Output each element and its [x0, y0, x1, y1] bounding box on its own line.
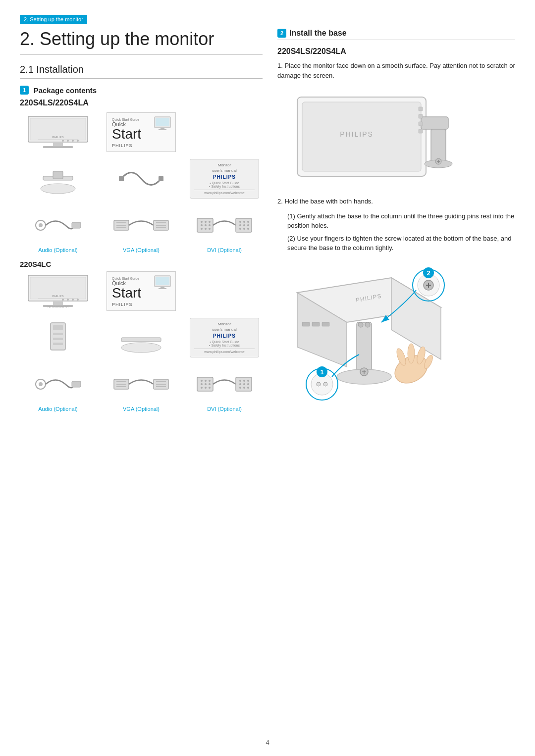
cd-lc-url: www.philips.com/welcome — [194, 349, 255, 353]
svg-point-84 — [201, 380, 203, 382]
svg-point-140 — [323, 382, 327, 386]
svg-rect-69 — [53, 343, 63, 345]
vga-optional-lc-label: VGA (Optional) — [123, 406, 160, 412]
list-item: Quick Start Guide Quick Start PHILIPS — [103, 271, 179, 313]
svg-rect-74 — [72, 381, 81, 387]
svg-point-39 — [209, 228, 211, 230]
svg-rect-17 — [119, 176, 124, 181]
step2-model: 220S4LS/220S4LA — [277, 47, 515, 56]
svg-point-89 — [209, 383, 211, 385]
page-number: 4 — [266, 739, 269, 746]
svg-point-42 — [243, 221, 245, 223]
page-title: 2. Setting up the monitor — [20, 29, 263, 55]
step2-header: 2 Install the base — [277, 29, 515, 38]
quickstart-booklet-lc: Quick Start Guide Quick Start PHILIPS — [107, 271, 176, 311]
svg-point-96 — [247, 380, 249, 382]
vga-cable-lc-icon — [104, 364, 178, 404]
svg-point-139 — [317, 382, 321, 386]
svg-point-101 — [243, 387, 245, 389]
svg-point-57 — [67, 299, 69, 301]
svg-rect-52 — [53, 301, 63, 305]
qs-lc-philips: PHILIPS — [112, 302, 133, 307]
svg-text:HH HH HH HH HH: HH HH HH HH HH — [48, 305, 68, 308]
svg-point-38 — [205, 228, 207, 230]
list-item — [103, 318, 179, 359]
list-item — [20, 318, 96, 359]
svg-point-73 — [39, 382, 43, 386]
svg-point-58 — [72, 299, 74, 301]
install-step2-num: 2. — [277, 198, 283, 205]
svg-rect-66 — [53, 325, 63, 330]
list-item — [103, 159, 179, 201]
section-installation: 2.1 Installation — [20, 64, 263, 79]
svg-point-94 — [239, 380, 241, 382]
svg-text:PHILIPS: PHILIPS — [340, 130, 374, 138]
svg-point-49 — [247, 228, 249, 230]
monitor-220s4lc-icon: PHILIPS HH HH HH HH HH — [21, 271, 95, 311]
svg-rect-114 — [419, 129, 423, 133]
audio-cable-lc-icon — [21, 364, 95, 404]
svg-point-41 — [239, 221, 241, 223]
right-divider — [277, 40, 515, 40]
svg-point-99 — [247, 383, 249, 385]
list-item: PHILIPS — [20, 112, 96, 154]
svg-point-16 — [41, 184, 75, 194]
audio-cable-icon — [21, 205, 95, 245]
svg-text:2: 2 — [427, 269, 430, 277]
install-step1-num: 1. — [277, 62, 283, 69]
svg-point-90 — [201, 387, 203, 389]
svg-point-47 — [239, 228, 241, 230]
svg-point-6 — [62, 140, 64, 142]
qs-lc-start: Start — [112, 286, 141, 300]
svg-point-8 — [72, 140, 74, 142]
cd-lc-usermanual: user's manual — [194, 327, 255, 332]
cd-icon: Monitor user's manual PHILIPS • Quick St… — [187, 159, 262, 199]
install-sub-step-1: (1) Gently attach the base to the column… — [287, 211, 515, 231]
svg-point-91 — [205, 387, 207, 389]
right-column: 2 Install the base 220S4LS/220S4LA 1. Pl… — [277, 29, 515, 417]
dvi-cable-icon — [187, 205, 262, 245]
svg-point-97 — [239, 383, 241, 385]
install-step2-text: Hold the base with both hands. — [284, 198, 373, 205]
list-item: DVI (Optional) — [186, 205, 263, 253]
svg-rect-68 — [53, 338, 63, 340]
step2-label: Install the base — [289, 29, 347, 38]
svg-point-44 — [239, 224, 241, 226]
qs-monitor-img — [154, 116, 171, 132]
svg-rect-63 — [160, 287, 164, 288]
stand-icon — [21, 159, 95, 199]
step2-badge: 2 — [277, 29, 286, 38]
svg-rect-62 — [156, 277, 169, 285]
svg-point-122 — [365, 322, 370, 327]
svg-point-85 — [205, 380, 207, 382]
svg-text:PHILIPS: PHILIPS — [52, 295, 63, 298]
model-220s4lc: 220S4LC — [20, 260, 263, 268]
cd-lc-philips: PHILIPS — [194, 333, 255, 339]
qs-philips-label: PHILIPS — [112, 143, 133, 148]
svg-point-145 — [408, 344, 415, 363]
cd-manual-lc: Monitor user's manual PHILIPS • Quick St… — [190, 318, 259, 357]
svg-rect-64 — [159, 288, 166, 289]
audio-optional-lc-label: Audio (Optional) — [38, 406, 78, 412]
svg-text:PHILIPS: PHILIPS — [52, 136, 63, 139]
svg-point-37 — [201, 228, 203, 230]
svg-point-34 — [201, 224, 203, 226]
usb-stand-icon — [21, 318, 95, 357]
svg-point-46 — [247, 224, 249, 226]
svg-point-71 — [121, 343, 161, 353]
svg-point-100 — [239, 387, 241, 389]
svg-point-9 — [77, 140, 79, 142]
step1-header: 1 Package contents — [20, 86, 263, 95]
install-step1-text: Place the monitor face down on a smooth … — [277, 62, 515, 79]
cd-lc-items: • Quick Start Guide• Safety Instructions — [194, 340, 255, 347]
cd-philips-brand: PHILIPS — [194, 174, 255, 180]
cd-url: www.philips.com/welcome — [194, 190, 255, 195]
svg-rect-11 — [156, 118, 169, 126]
package-grid-220s4lc: PHILIPS HH HH HH HH HH — [20, 271, 263, 412]
stand-base-lc-icon — [104, 318, 178, 357]
list-item: PHILIPS HH HH HH HH HH — [20, 271, 96, 313]
install-step-2: 2. Hold the base with both hands. — [277, 197, 515, 206]
qs-tagline: Quick Start Guide — [112, 118, 139, 121]
svg-point-144 — [395, 347, 407, 366]
left-column: 2. Setting up the monitor 2.1 Installati… — [20, 29, 263, 417]
